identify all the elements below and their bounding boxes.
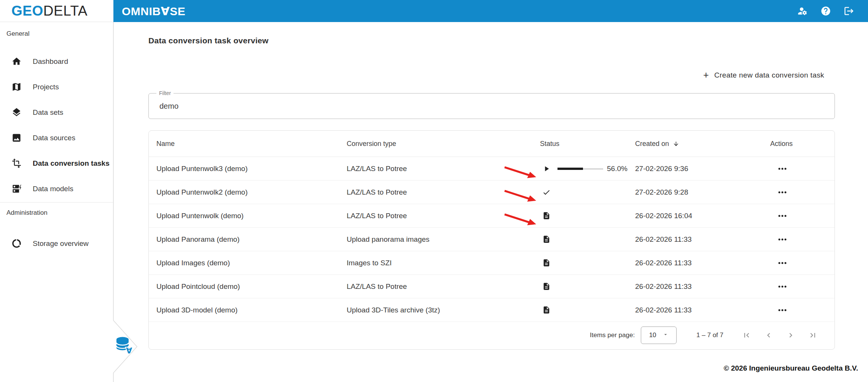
- copyright-text: © 2026 Ingenieursbureau Geodelta B.V.: [724, 364, 858, 372]
- document-icon: [542, 235, 551, 244]
- plus-icon: +: [703, 70, 709, 80]
- layers-icon: [11, 107, 22, 117]
- row-actions-button[interactable]: [777, 284, 788, 289]
- actions-cell: [770, 260, 835, 266]
- logout-icon[interactable]: [844, 6, 854, 16]
- created-on: 26-02-2026 16:04: [635, 212, 770, 220]
- task-name: Upload Panorama (demo): [156, 235, 347, 244]
- actions-cell: [770, 190, 835, 195]
- task-name: Upload Puntenwolk2 (demo): [156, 188, 347, 197]
- pagination-nav: [742, 330, 818, 340]
- conversion-type: LAZ/LAS to Potree: [347, 282, 540, 291]
- first-page-icon[interactable]: [742, 330, 752, 340]
- sidebar-item-label: Dashboard: [33, 57, 68, 66]
- donut-chart-icon: [11, 238, 22, 249]
- created-on: 26-02-2026 11:33: [635, 259, 770, 267]
- sidebar-item-label: Projects: [33, 83, 59, 91]
- sidebar-item-label: Data conversion tasks: [33, 159, 110, 168]
- sidebar-item-projects[interactable]: Projects: [0, 74, 113, 100]
- image-icon: [11, 133, 22, 143]
- topbar-actions: [797, 6, 854, 16]
- document-icon: [542, 212, 551, 220]
- tasks-table: Name Conversion type Status Created on A…: [148, 130, 835, 350]
- help-icon[interactable]: [820, 6, 831, 16]
- row-actions-button[interactable]: [777, 260, 788, 266]
- items-per-page-select[interactable]: 10: [641, 327, 677, 344]
- sidebar-item-storage-overview[interactable]: Storage overview: [0, 231, 113, 256]
- geodelta-logo[interactable]: GEODELTA: [0, 0, 113, 22]
- check-icon: [542, 188, 551, 197]
- sort-descending-icon[interactable]: [673, 141, 679, 147]
- column-header-status[interactable]: Status: [540, 140, 635, 148]
- manage-accounts-icon[interactable]: [797, 6, 808, 16]
- column-header-name[interactable]: Name: [156, 140, 347, 148]
- column-header-created-on[interactable]: Created on: [635, 140, 770, 148]
- conversion-type: Upload panorama images: [347, 235, 540, 244]
- column-header-conversion-type[interactable]: Conversion type: [347, 140, 540, 148]
- next-page-icon[interactable]: [786, 330, 796, 340]
- status-cell: [540, 259, 635, 267]
- actions-cell: [770, 166, 835, 171]
- prev-page-icon[interactable]: [764, 330, 774, 340]
- created-on: 27-02-2026 9:28: [635, 188, 770, 197]
- created-on: 26-02-2026 11:33: [635, 235, 770, 244]
- filter-field-label: Filter: [156, 90, 174, 96]
- table-row[interactable]: Upload Panorama (demo)Upload panorama im…: [149, 228, 835, 251]
- sidebar-item-label: Data sources: [33, 134, 75, 142]
- row-actions-button[interactable]: [777, 190, 788, 195]
- last-page-icon[interactable]: [808, 330, 818, 340]
- logo-delta-text: DELTA: [43, 3, 88, 19]
- table-row[interactable]: Upload 3D-model (demo)Upload 3D-Tiles ar…: [149, 298, 835, 322]
- document-icon: [542, 306, 551, 314]
- filter-input[interactable]: [149, 94, 835, 119]
- play-icon: [542, 165, 551, 173]
- logo-geo-text: GEO: [11, 3, 43, 19]
- document-icon: [542, 259, 551, 267]
- home-icon: [11, 56, 22, 67]
- create-task-label: Create new data conversion task: [714, 71, 824, 79]
- status-cell: [540, 282, 635, 291]
- app-header: OMNIB∀SE: [113, 0, 868, 22]
- topbar: GEODELTA OMNIB∀SE: [0, 0, 868, 22]
- row-actions-button[interactable]: [777, 213, 788, 219]
- table-header-row: Name Conversion type Status Created on A…: [149, 131, 835, 157]
- status-cell: [540, 235, 635, 244]
- dropdown-caret-icon: [663, 331, 669, 339]
- table-row[interactable]: Upload Images (demo)Images to SZI26-02-2…: [149, 251, 835, 275]
- task-name: Upload Images (demo): [156, 259, 347, 267]
- paginator: Items per page: 10 1 – 7 of 7: [149, 322, 835, 349]
- create-task-button[interactable]: + Create new data conversion task: [703, 70, 824, 80]
- pagination-range: 1 – 7 of 7: [696, 331, 723, 339]
- row-actions-button[interactable]: [777, 237, 788, 242]
- conversion-type: Upload 3D-Tiles archive (3tz): [347, 306, 540, 314]
- svg-text:∀: ∀: [126, 346, 132, 355]
- table-row[interactable]: Upload Puntenwolk3 (demo)LAZ/LAS to Potr…: [149, 157, 835, 181]
- conversion-type: LAZ/LAS to Potree: [347, 212, 540, 220]
- sidebar-item-data-conversion-tasks[interactable]: Data conversion tasks: [0, 151, 113, 176]
- table-row[interactable]: Upload Puntenwolk2 (demo)LAZ/LAS to Potr…: [149, 181, 835, 204]
- items-per-page-value: 10: [649, 331, 656, 339]
- page-title: Data conversion task overview: [148, 36, 269, 45]
- task-name: Upload Pointcloud (demo): [156, 282, 347, 291]
- items-per-page-label: Items per page:: [590, 331, 635, 339]
- sidebar-section-label: Administration: [0, 203, 113, 217]
- status-cell: [540, 306, 635, 314]
- table-row[interactable]: Upload Puntenwolk (demo)LAZ/LAS to Potre…: [149, 204, 835, 228]
- created-on-label: Created on: [635, 140, 669, 148]
- database-icon: ∀: [115, 336, 133, 357]
- sidebar-item-data-sources[interactable]: Data sources: [0, 125, 113, 151]
- row-actions-button[interactable]: [777, 308, 788, 313]
- document-icon: [542, 282, 551, 291]
- sidebar-item-data-models[interactable]: Data models: [0, 176, 113, 201]
- conversion-type: LAZ/LAS to Potree: [347, 188, 540, 197]
- actions-cell: [770, 213, 835, 219]
- sidebar-item-data-sets[interactable]: Data sets: [0, 100, 113, 125]
- conversion-type: LAZ/LAS to Potree: [347, 165, 540, 173]
- conversion-type: Images to SZI: [347, 259, 540, 267]
- table-row[interactable]: Upload Pointcloud (demo)LAZ/LAS to Potre…: [149, 275, 835, 298]
- sidebar-item-dashboard[interactable]: Dashboard: [0, 49, 113, 74]
- row-actions-button[interactable]: [777, 166, 788, 171]
- sidebar-item-label: Data models: [33, 185, 73, 193]
- sidebar-section-general: GeneralDashboardProjectsData setsData so…: [0, 22, 113, 201]
- sidebar: GeneralDashboardProjectsData setsData so…: [0, 22, 113, 382]
